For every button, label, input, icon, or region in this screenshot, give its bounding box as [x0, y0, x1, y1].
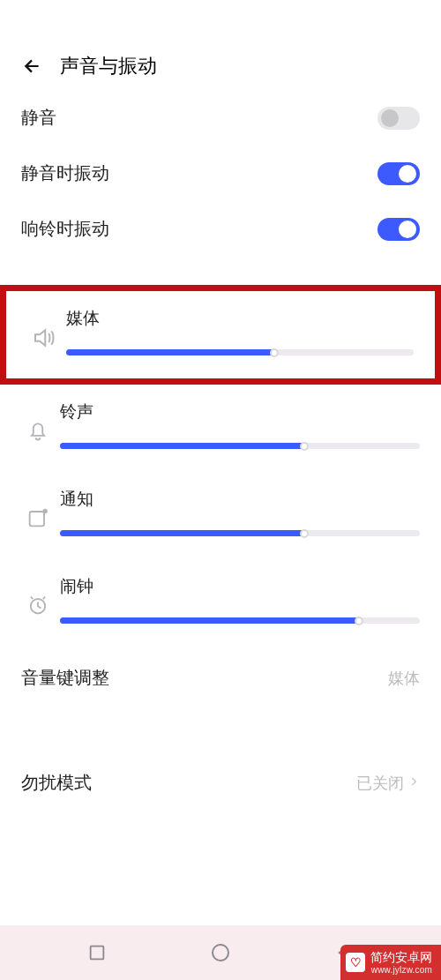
notification-icon [16, 488, 60, 530]
dnd-label: 勿扰模式 [21, 771, 92, 795]
ringtone-label: 铃声 [60, 400, 420, 423]
media-slider-fill [66, 349, 274, 355]
row-vibrate-on-mute[interactable]: 静音时振动 [0, 146, 441, 201]
ringtone-slider-fill [60, 443, 304, 449]
slider-notification[interactable]: 通知 [0, 472, 441, 559]
row-dnd[interactable]: 勿扰模式 已关闭 [0, 755, 441, 811]
ringtone-slider-track[interactable] [60, 443, 420, 449]
alarm-slider-fill [60, 617, 359, 624]
mute-label: 静音 [21, 106, 56, 130]
svg-rect-3 [90, 946, 103, 960]
highlight-box: 媒体 [0, 285, 441, 385]
media-slider-thumb[interactable] [270, 348, 279, 357]
media-slider-track[interactable] [66, 349, 414, 355]
alarm-icon [16, 575, 60, 617]
volume-key-label: 音量键调整 [21, 666, 109, 690]
chevron-right-icon [407, 774, 420, 792]
svg-rect-0 [30, 512, 44, 526]
notification-slider-track[interactable] [60, 530, 420, 536]
vibrate-on-mute-toggle[interactable] [377, 162, 420, 185]
row-vibrate-on-ring[interactable]: 响铃时振动 [0, 201, 441, 257]
nav-recents-icon[interactable] [87, 943, 107, 962]
mute-toggle[interactable] [377, 107, 420, 130]
slider-media[interactable]: 媒体 [6, 291, 435, 378]
media-label: 媒体 [66, 307, 414, 330]
watermark-name: 简约安卓网 [370, 950, 432, 964]
dnd-value: 已关闭 [356, 773, 404, 794]
vibrate-on-ring-label: 响铃时振动 [21, 217, 109, 241]
bell-icon [16, 400, 60, 443]
alarm-slider-thumb[interactable] [355, 617, 363, 625]
vibrate-on-ring-toggle[interactable] [377, 218, 420, 241]
slider-ringtone[interactable]: 铃声 [0, 385, 441, 472]
alarm-label: 闹钟 [60, 575, 420, 598]
nav-home-icon[interactable] [210, 942, 231, 963]
row-volume-key-adjust[interactable]: 音量键调整 媒体 [0, 650, 441, 706]
watermark-url: www.jylzw.com [371, 965, 432, 976]
vibrate-on-mute-label: 静音时振动 [21, 161, 109, 185]
back-icon[interactable] [19, 54, 44, 79]
android-icon: ♡ [346, 953, 365, 972]
watermark: ♡ 简约安卓网 www.jylzw.com [340, 945, 441, 980]
notification-slider-thumb[interactable] [300, 529, 309, 538]
volume-key-value: 媒体 [388, 668, 420, 689]
svg-point-1 [42, 509, 47, 513]
alarm-slider-track[interactable] [60, 617, 420, 624]
volume-icon [22, 307, 66, 351]
page-title: 声音与振动 [60, 53, 157, 79]
header: 声音与振动 [0, 0, 441, 90]
row-mute[interactable]: 静音 [0, 90, 441, 146]
notification-slider-fill [60, 530, 304, 536]
ringtone-slider-thumb[interactable] [300, 442, 309, 451]
notification-label: 通知 [60, 488, 420, 511]
slider-alarm[interactable]: 闹钟 [0, 559, 441, 647]
svg-point-4 [213, 945, 228, 961]
